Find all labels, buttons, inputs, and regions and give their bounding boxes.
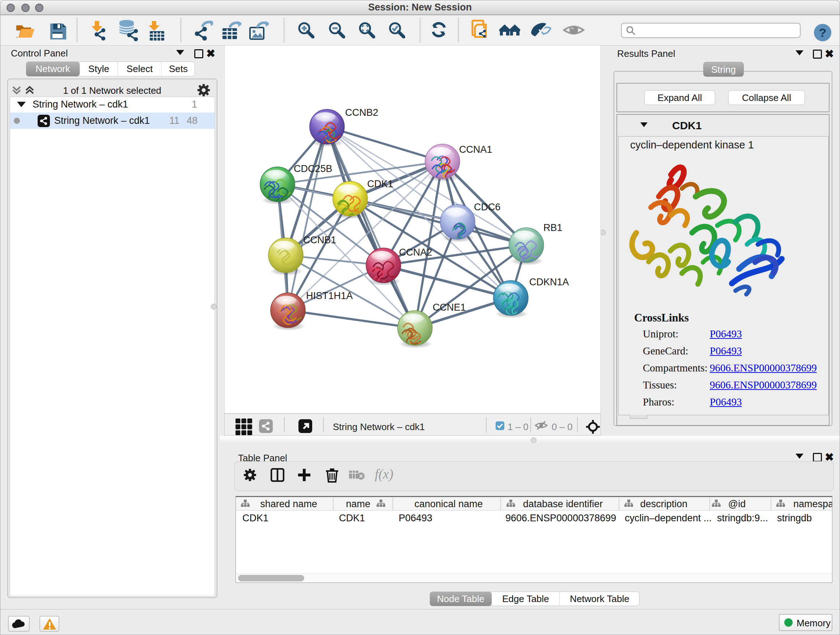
svg-text:CCNB2: CCNB2: [345, 107, 378, 118]
svg-text:CDC6: CDC6: [474, 202, 501, 212]
svg-text:CCNA1: CCNA1: [459, 144, 493, 155]
svg-text:HIST1H1A: HIST1H1A: [306, 290, 353, 301]
svg-text:RB1: RB1: [543, 222, 562, 233]
svg-text:CCNB1: CCNB1: [303, 234, 336, 245]
svg-text:CDKN1A: CDKN1A: [529, 277, 569, 287]
svg-text:CDC25B: CDC25B: [294, 163, 332, 174]
svg-text:CCNE1: CCNE1: [433, 302, 466, 313]
svg-text:CCNA2: CCNA2: [399, 247, 432, 258]
svg-text:CDK1: CDK1: [367, 179, 393, 189]
